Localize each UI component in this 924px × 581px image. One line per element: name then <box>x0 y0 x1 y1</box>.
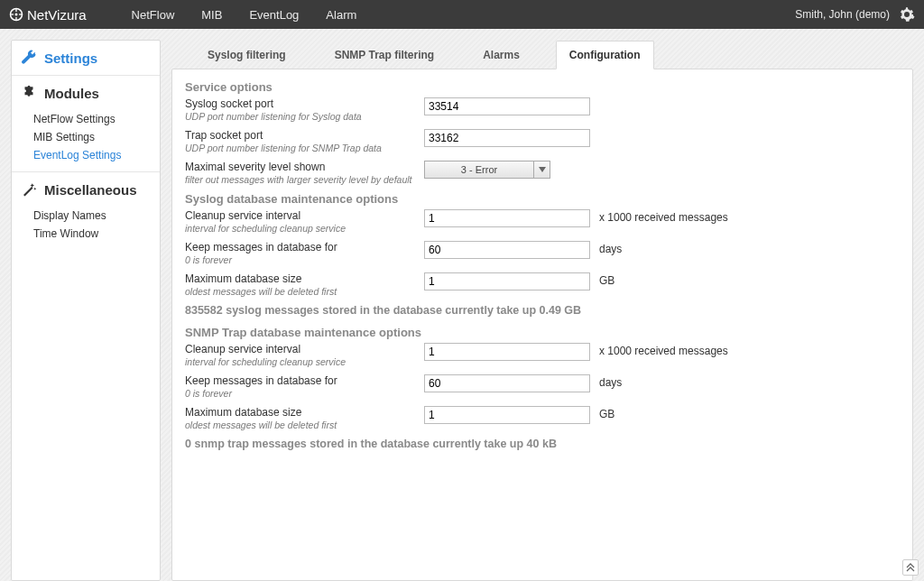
row-snmp-max: Maximum database size oldest messages wi… <box>185 406 900 430</box>
input-syslog-port[interactable] <box>424 97 590 115</box>
brand-logo[interactable]: NetVizura <box>9 7 87 23</box>
unit-syslog-keep: days <box>599 241 622 255</box>
sidebar-head-modules[interactable]: Modules <box>12 75 160 110</box>
label-syslog-cleanup: Cleanup service interval <box>185 209 424 222</box>
scroll-top-button[interactable] <box>902 559 919 576</box>
row-snmp-keep: Keep messages in database for 0 is forev… <box>185 374 900 399</box>
sidebar: Settings Modules NetFlow Settings MIB Se… <box>11 40 161 581</box>
sidebar-settings-label: Settings <box>44 51 97 66</box>
sidebar-item-display-names[interactable]: Display Names <box>33 207 160 225</box>
row-syslog-max: Maximum database size oldest messages wi… <box>185 272 900 297</box>
hint-syslog-cleanup: interval for scheduling cleanup service <box>185 223 424 234</box>
input-syslog-keep[interactable] <box>424 241 590 259</box>
row-trap-port: Trap socket port UDP port number listeni… <box>185 129 900 153</box>
top-bar: NetVizura NetFlow MIB EventLog Alarm Smi… <box>0 0 924 29</box>
unit-syslog-max: GB <box>599 272 614 287</box>
topnav-eventlog[interactable]: EventLog <box>249 8 299 22</box>
label-syslog-max: Maximum database size <box>185 272 424 285</box>
row-syslog-keep: Keep messages in database for 0 is forev… <box>185 241 900 265</box>
sidebar-head-settings[interactable]: Settings <box>12 41 160 75</box>
unit-snmp-cleanup: x 1000 received messages <box>599 343 728 357</box>
hint-syslog-max: oldest messages will be deleted first <box>185 286 424 297</box>
chevron-down-icon[interactable] <box>533 161 550 178</box>
sidebar-item-time-window[interactable]: Time Window <box>33 225 160 243</box>
topnav-mib[interactable]: MIB <box>201 8 222 22</box>
user-label[interactable]: Smith, John (demo) <box>795 8 890 21</box>
section-snmp-db: SNMP Trap database maintenance options <box>185 326 900 339</box>
select-severity-value: 3 - Error <box>425 161 533 178</box>
unit-syslog-cleanup: x 1000 received messages <box>599 209 728 224</box>
status-snmp-storage: 0 snmp trap messages stored in the datab… <box>185 438 900 450</box>
hint-syslog-keep: 0 is forever <box>185 254 424 265</box>
hint-syslog-port: UDP port number listening for Syslog dat… <box>185 111 424 122</box>
config-panel: Service options Syslog socket port UDP p… <box>171 69 913 581</box>
brand-text: NetVizura <box>27 7 87 23</box>
row-snmp-cleanup: Cleanup service interval interval for sc… <box>185 343 900 367</box>
puzzle-icon <box>21 85 37 101</box>
hint-snmp-keep: 0 is forever <box>185 388 424 399</box>
tab-configuration[interactable]: Configuration <box>556 41 654 69</box>
section-service-options: Service options <box>185 80 900 94</box>
hint-snmp-cleanup: interval for scheduling cleanup service <box>185 356 424 367</box>
brand-icon <box>9 7 23 22</box>
label-syslog-port: Syslog socket port <box>185 97 424 110</box>
row-syslog-cleanup: Cleanup service interval interval for sc… <box>185 209 900 234</box>
top-nav: NetFlow MIB EventLog Alarm <box>132 8 357 22</box>
svg-point-1 <box>15 14 18 16</box>
hint-severity: filter out messages with larger severity… <box>185 174 424 185</box>
sidebar-item-eventlog[interactable]: EventLog Settings <box>33 146 160 164</box>
status-syslog-storage: 835582 syslog messages stored in the dat… <box>185 304 900 317</box>
row-syslog-port: Syslog socket port UDP port number liste… <box>185 97 900 122</box>
section-syslog-db: Syslog database maintenance options <box>185 192 900 206</box>
row-severity: Maximal severity level shown filter out … <box>185 161 900 185</box>
topnav-alarm[interactable]: Alarm <box>326 8 356 22</box>
tab-snmp-trap-filtering[interactable]: SNMP Trap filtering <box>322 42 447 69</box>
input-syslog-max[interactable] <box>424 272 590 290</box>
sidebar-misc-label: Miscellaneous <box>44 182 137 198</box>
tab-syslog-filtering[interactable]: Syslog filtering <box>195 42 299 69</box>
sidebar-item-netflow[interactable]: NetFlow Settings <box>33 110 160 128</box>
label-snmp-max: Maximum database size <box>185 406 424 419</box>
input-snmp-cleanup[interactable] <box>424 343 590 361</box>
unit-snmp-keep: days <box>599 374 622 389</box>
select-severity[interactable]: 3 - Error <box>424 161 550 179</box>
sidebar-head-misc[interactable]: Miscellaneous <box>12 171 160 207</box>
label-snmp-cleanup: Cleanup service interval <box>185 343 424 355</box>
chevron-double-up-icon <box>906 563 915 572</box>
label-syslog-keep: Keep messages in database for <box>185 241 424 254</box>
input-trap-port[interactable] <box>424 129 590 147</box>
main-area: Syslog filtering SNMP Trap filtering Ala… <box>171 40 913 581</box>
topnav-netflow[interactable]: NetFlow <box>132 8 175 22</box>
sidebar-misc-list: Display Names Time Window <box>12 207 160 250</box>
wrench-icon <box>21 50 37 66</box>
input-snmp-max[interactable] <box>424 406 590 424</box>
hint-trap-port: UDP port number listening for SNMP Trap … <box>185 143 424 153</box>
sidebar-item-mib[interactable]: MIB Settings <box>33 128 160 146</box>
unit-snmp-max: GB <box>599 406 614 420</box>
label-trap-port: Trap socket port <box>185 129 424 142</box>
hint-snmp-max: oldest messages will be deleted first <box>185 420 424 430</box>
sidebar-modules-list: NetFlow Settings MIB Settings EventLog S… <box>12 110 160 171</box>
input-syslog-cleanup[interactable] <box>424 209 590 227</box>
tabs-row: Syslog filtering SNMP Trap filtering Ala… <box>171 40 913 69</box>
gear-icon[interactable] <box>899 6 915 23</box>
wand-icon <box>21 181 37 198</box>
label-severity: Maximal severity level shown <box>185 161 424 173</box>
sidebar-modules-label: Modules <box>44 86 99 101</box>
tab-alarms[interactable]: Alarms <box>470 42 532 69</box>
label-snmp-keep: Keep messages in database for <box>185 374 424 387</box>
input-snmp-keep[interactable] <box>424 374 590 392</box>
